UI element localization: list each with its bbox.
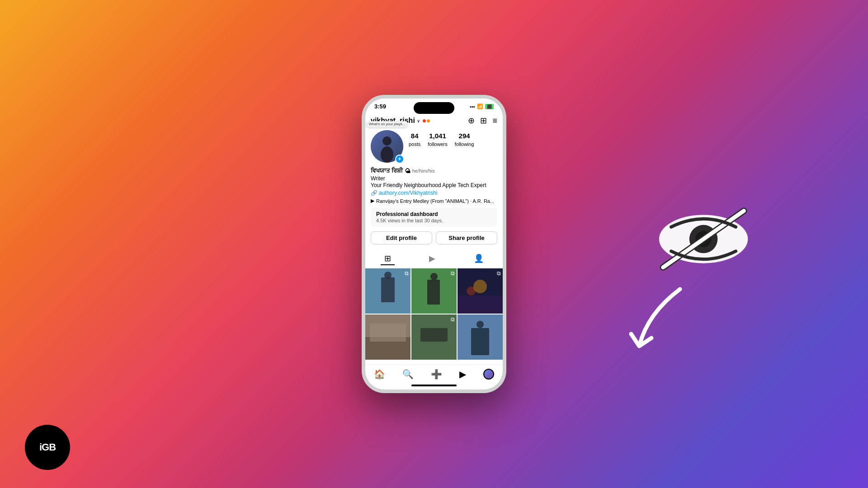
photo-3-image xyxy=(458,268,503,314)
svg-point-6 xyxy=(382,136,392,145)
reels-nav-icon[interactable]: ▶ xyxy=(459,369,466,380)
svg-point-7 xyxy=(381,146,393,163)
add-icon[interactable]: ⊞ xyxy=(480,116,487,126)
weather-emoji: 🌤 xyxy=(405,168,410,174)
status-bar: 3:59 ▪▪▪ 📶 ⬛ xyxy=(365,99,503,112)
home-nav-icon[interactable]: 🏠 xyxy=(374,369,385,380)
photo-2-image xyxy=(411,268,457,314)
dashboard-title: Professional dashboard xyxy=(376,211,492,217)
photo-cell-1[interactable]: ⧉ xyxy=(365,268,410,314)
bio-link[interactable]: 🔗 authory.com/Vikhyatrishi xyxy=(371,190,497,196)
followers-count: 1,041 xyxy=(428,132,447,140)
grid-tab[interactable]: ⊞ xyxy=(381,253,395,265)
svg-rect-24 xyxy=(471,328,489,355)
header-icons: ⊕ ⊞ ≡ xyxy=(468,116,497,126)
display-name-text: ਵਿਖਯਾਤ ਰਿਸ਼ੀ xyxy=(371,167,403,174)
home-bar xyxy=(411,385,457,386)
dashboard-subtitle: 4.5K views in the last 30 days. xyxy=(376,218,492,223)
svg-point-13 xyxy=(430,273,438,280)
music-text: Ranvijay's Entry Medley (From "ANIMAL") … xyxy=(376,198,494,204)
svg-rect-12 xyxy=(427,280,440,305)
profile-info-row: What's on your playli... xyxy=(371,130,497,163)
svg-rect-15 xyxy=(458,296,503,314)
stat-followers[interactable]: 1,041 followers xyxy=(428,132,447,148)
svg-rect-22 xyxy=(420,328,448,342)
avatar-container: What's on your playli... xyxy=(371,130,403,163)
display-name: ਵਿਖਯਾਤ ਰਿਸ਼ੀ 🌤 he/him/his xyxy=(371,167,497,174)
battery-indicator: ⬛ xyxy=(485,104,494,109)
time-display: 3:59 xyxy=(374,103,386,110)
reel-icon-2: ⧉ xyxy=(451,270,455,277)
tagged-tab[interactable]: 👤 xyxy=(470,253,487,265)
svg-rect-20 xyxy=(370,324,406,342)
reel-icon-3: ⧉ xyxy=(497,270,501,277)
bio-description: Your Friendly Neighbourhood Apple Tech E… xyxy=(371,182,497,188)
action-buttons: Edit profile Share profile xyxy=(365,231,503,244)
svg-point-10 xyxy=(384,272,392,279)
signal-icon: ▪▪▪ xyxy=(470,104,475,109)
igb-logo-text: iGB xyxy=(39,441,56,453)
edit-profile-button[interactable]: Edit profile xyxy=(371,231,432,244)
posts-count: 84 xyxy=(409,132,420,140)
professional-dashboard[interactable]: Professional dashboard 4.5K views in the… xyxy=(371,207,497,227)
svg-point-17 xyxy=(467,286,476,296)
reel-icon-5: ⧉ xyxy=(451,316,455,323)
home-indicator xyxy=(365,381,503,389)
reel-icon-1: ⧉ xyxy=(405,270,409,277)
bio-link-text: authory.com/Vikhyatrishi xyxy=(379,190,438,196)
pronouns-text: he/him/his xyxy=(412,168,435,174)
tooltip-text: What's on your playli... xyxy=(369,122,405,126)
eye-icon-container xyxy=(651,198,764,290)
wifi-icon: 📶 xyxy=(477,103,483,109)
whats-on-tooltip: What's on your playli... xyxy=(366,121,408,127)
search-nav-icon[interactable]: 🔍 xyxy=(402,369,414,380)
igb-logo: iGB xyxy=(25,425,70,470)
photo-cell-2[interactable]: ⧉ xyxy=(411,268,457,314)
bottom-navigation: 🏠 🔍 ➕ ▶ xyxy=(365,365,503,381)
posts-label: posts xyxy=(409,141,420,147)
share-profile-button[interactable]: Share profile xyxy=(436,231,497,244)
play-icon: ▶ xyxy=(371,198,374,204)
following-count: 294 xyxy=(455,132,474,140)
username-chevron-icon[interactable]: ∨ xyxy=(417,118,420,123)
photo-5-image xyxy=(411,314,457,360)
profile-header: vikhyat_rishi ∨ ⊕ ⊞ ≡ xyxy=(365,112,503,163)
dot-red xyxy=(423,119,426,122)
status-dots xyxy=(423,119,430,122)
following-label: following xyxy=(455,141,474,147)
photo-grid: ⧉ ⧉ xyxy=(365,268,503,360)
bio-title: Writer xyxy=(371,175,497,182)
stats-row: 84 posts 1,041 followers 294 following xyxy=(409,130,497,148)
dynamic-island xyxy=(414,102,454,114)
arrow-icon xyxy=(615,281,696,362)
photo-4-image xyxy=(365,314,410,360)
dot-orange xyxy=(427,119,430,122)
photo-1-image xyxy=(365,268,410,314)
status-right-icons: ▪▪▪ 📶 ⬛ xyxy=(470,103,494,109)
link-icon: 🔗 xyxy=(371,190,377,196)
reels-tab[interactable]: ▶ xyxy=(425,253,439,265)
threads-icon[interactable]: ⊕ xyxy=(468,116,475,126)
profile-content[interactable]: vikhyat_rishi ∨ ⊕ ⊞ ≡ xyxy=(365,112,503,365)
followers-label: followers xyxy=(428,141,447,147)
add-nav-icon[interactable]: ➕ xyxy=(431,369,442,380)
hidden-eye-icon xyxy=(651,198,764,288)
content-tab-bar: ⊞ ▶ 👤 xyxy=(365,249,503,268)
photo-6-image xyxy=(458,314,503,360)
photo-cell-6[interactable] xyxy=(458,314,503,360)
bio-section: ਵਿਖਯਾਤ ਰਿਸ਼ੀ 🌤 he/him/his Writer Your Fr… xyxy=(365,167,503,204)
profile-nav-avatar[interactable] xyxy=(483,369,494,380)
svg-rect-9 xyxy=(381,277,395,302)
menu-icon[interactable]: ≡ xyxy=(492,116,497,126)
photo-cell-4[interactable] xyxy=(365,314,410,360)
avatar-add-button[interactable]: + xyxy=(395,155,404,164)
photo-cell-5[interactable]: ⧉ xyxy=(411,314,457,360)
phone-inner: 3:59 ▪▪▪ 📶 ⬛ vikhyat_rishi ∨ xyxy=(365,99,503,389)
photo-cell-3[interactable]: ⧉ xyxy=(458,268,503,314)
stat-following[interactable]: 294 following xyxy=(455,132,474,148)
music-row[interactable]: ▶ Ranvijay's Entry Medley (From "ANIMAL"… xyxy=(371,198,497,204)
svg-point-25 xyxy=(476,321,484,328)
stat-posts[interactable]: 84 posts xyxy=(409,132,420,148)
phone-frame: 3:59 ▪▪▪ 📶 ⬛ vikhyat_rishi ∨ xyxy=(362,95,506,393)
